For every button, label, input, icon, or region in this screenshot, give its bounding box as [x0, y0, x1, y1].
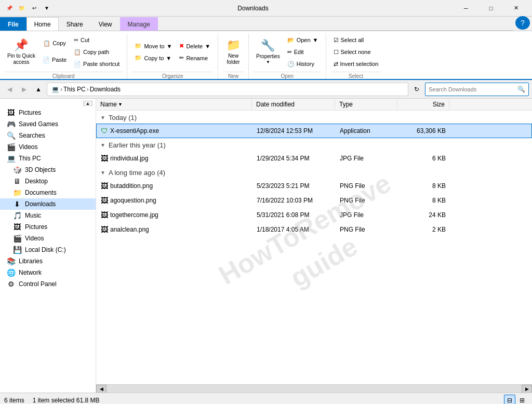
videos2-icon: 🎬	[12, 234, 22, 243]
minimize-button[interactable]: ─	[454, 0, 478, 17]
organize-label: Organize	[131, 72, 214, 79]
organize-btns2: ✖ Delete ▼ ✏ Rename	[176, 41, 214, 64]
sidebar-item-desktop[interactable]: 🖥 Desktop	[0, 176, 96, 187]
help-button[interactable]: ?	[515, 16, 530, 30]
today-chevron[interactable]: ▼	[100, 115, 105, 120]
dropdown-icon[interactable]: ▼	[42, 3, 52, 14]
open-file-button[interactable]: 📂 Open ▼	[284, 34, 322, 46]
file-row-analclean[interactable]: 🖼 analclean.png 1/18/2017 4:05 AM PNG Fi…	[96, 222, 532, 237]
earlier-chevron[interactable]: ▼	[100, 142, 105, 148]
paste-button[interactable]: 📄 Paste	[39, 52, 70, 68]
select-none-button[interactable]: ☐ Select none	[330, 46, 382, 58]
search-input[interactable]	[425, 86, 514, 92]
history-icon: 🕐	[287, 61, 295, 68]
col-header-date[interactable]: Date modified	[252, 99, 335, 110]
refresh-button[interactable]: ↻	[410, 83, 423, 96]
file-row-rindividual[interactable]: 🖼 rindividual.jpg 1/29/2024 5:34 PM JPG …	[96, 151, 532, 166]
paste-shortcut-button[interactable]: 📄 Paste shortcut	[71, 58, 123, 70]
tab-home[interactable]: Home	[26, 17, 59, 31]
edit-icon: ✏	[287, 49, 292, 56]
clipboard-content: 📌 Pin to Quick access 📋 Copy 📄 Paste ✂ C…	[4, 34, 123, 70]
file-row-togethercome[interactable]: 🖼 togethercome.jpg 5/31/2021 6:08 PM JPG…	[96, 208, 532, 222]
undo-icon[interactable]: ↩	[29, 3, 39, 14]
file-list-container: HowToRemove guide Name ▼ Date modified T…	[96, 99, 532, 393]
file-row-x-essenti[interactable]: 🛡 X-essentiApp.exe 12/8/2024 12:53 PM Ap…	[96, 124, 532, 138]
tab-view[interactable]: View	[91, 17, 120, 31]
long-ago-chevron[interactable]: ▼	[100, 170, 105, 176]
sidebar-item-network[interactable]: 🌐 Network	[0, 267, 96, 278]
file-row-butaddition[interactable]: 🖼 butaddition.png 5/23/2023 5:21 PM PNG …	[96, 179, 532, 193]
status-selected: 1 item selected 61.8 MB	[33, 397, 100, 404]
sidebar-item-videos[interactable]: 🎬 Videos	[0, 141, 96, 153]
new-folder-icon: 📁	[227, 38, 241, 52]
ribbon-group-clipboard: 📌 Pin to Quick access 📋 Copy 📄 Paste ✂ C…	[0, 33, 127, 79]
history-button[interactable]: 🕐 History	[284, 58, 322, 70]
ribbon-tabs: File Home Share View Manage ?	[0, 17, 532, 31]
cut-button[interactable]: ✂ Cut	[71, 34, 123, 46]
sidebar-item-pictures[interactable]: 🖼 Pictures	[0, 107, 96, 118]
copy-icon: 📋	[43, 40, 50, 47]
invert-selection-button[interactable]: ⇄ Invert selection	[330, 58, 382, 70]
ribbon-group-new: 📁 New folder New	[218, 33, 249, 79]
forward-button[interactable]: ▶	[18, 83, 30, 96]
sidebar-item-libraries[interactable]: 📚 Libraries	[0, 255, 96, 267]
up-button[interactable]: ▲	[32, 83, 45, 96]
col-header-name[interactable]: Name ▼	[96, 99, 252, 110]
rename-button[interactable]: ✏ Rename	[176, 52, 214, 64]
agoquestion-icon: 🖼	[101, 196, 108, 205]
path-icon: 💻	[51, 86, 59, 93]
sidebar-item-pictures2[interactable]: 🖼 Pictures	[0, 221, 96, 233]
sidebar-item-this-pc[interactable]: 💻 This PC	[0, 153, 96, 164]
videos-icon: 🎬	[6, 143, 16, 151]
sidebar-item-downloads[interactable]: ⬇ Downloads	[0, 198, 96, 210]
sidebar-item-searches[interactable]: 🔍 Searches	[0, 130, 96, 141]
close-button[interactable]: ✕	[504, 0, 528, 17]
copy-path-button[interactable]: 📋 Copy path	[71, 46, 123, 58]
ribbon-group-organize: 📁 Move to ▼ 📁 Copy to ▼ ✖ Delete ▼ ✏	[127, 33, 218, 79]
3d-objects-icon: 🎲	[12, 166, 22, 174]
ribbon-group-select: ☑ Select all ☐ Select none ⇄ Invert sele…	[326, 33, 386, 79]
window-title: Downloads	[52, 5, 454, 12]
move-to-button[interactable]: 📁 Move to ▼	[131, 41, 175, 52]
large-icons-view-button[interactable]: ⊞	[516, 395, 528, 405]
scroll-left-btn[interactable]: ◀	[96, 385, 107, 393]
col-header-size[interactable]: Size	[397, 99, 449, 110]
maximize-button[interactable]: □	[479, 0, 503, 17]
search-bar: 🔍	[425, 83, 529, 96]
tab-file[interactable]: File	[0, 17, 26, 31]
file-row-agoquestion[interactable]: 🖼 agoquestion.png 7/16/2022 10:03 PM PNG…	[96, 193, 532, 208]
sidebar-item-videos2[interactable]: 🎬 Videos	[0, 233, 96, 244]
tab-manage[interactable]: Manage	[120, 17, 158, 31]
title-bar-icons: 📌 📁 ↩ ▼	[4, 3, 52, 14]
sidebar-scroll-up[interactable]: ▲	[83, 101, 92, 106]
select-none-icon: ☐	[334, 49, 339, 56]
sidebar-item-saved-games[interactable]: 🎮 Saved Games	[0, 118, 96, 130]
copy-button[interactable]: 📋 Copy	[39, 36, 70, 51]
select-all-button[interactable]: ☑ Select all	[330, 34, 382, 46]
properties-button[interactable]: 🔧 Properties ▼	[253, 35, 283, 69]
sidebar-item-local-disk[interactable]: 💾 Local Disk (C:)	[0, 244, 96, 255]
copy-path-icon: 📋	[74, 49, 81, 56]
tab-share[interactable]: Share	[59, 17, 91, 31]
folder-icon[interactable]: 📁	[17, 3, 27, 14]
col-header-type[interactable]: Type	[335, 99, 397, 110]
title-bar: 📌 📁 ↩ ▼ Downloads ─ □ ✕	[0, 0, 532, 17]
back-button[interactable]: ◀	[3, 83, 16, 96]
sidebar-item-documents[interactable]: 📁 Documents	[0, 187, 96, 198]
address-path[interactable]: 💻 › This PC › Downloads	[47, 83, 408, 96]
horizontal-scrollbar[interactable]: ◀ ▶	[96, 384, 532, 393]
scroll-right-btn[interactable]: ▶	[522, 385, 532, 393]
quick-access-icon[interactable]: 📌	[4, 3, 15, 14]
copy-to-button[interactable]: 📁 Copy to ▼	[131, 52, 175, 64]
saved-games-icon: 🎮	[6, 120, 16, 128]
details-view-button[interactable]: ⊟	[504, 395, 515, 405]
sidebar-item-control-panel[interactable]: ⚙ Control Panel	[0, 278, 96, 290]
libraries-icon: 📚	[6, 257, 16, 265]
edit-button[interactable]: ✏ Edit	[284, 46, 322, 58]
delete-button[interactable]: ✖ Delete ▼	[176, 41, 214, 52]
path-thispc: This PC	[63, 86, 86, 93]
new-folder-button[interactable]: 📁 New folder	[222, 35, 244, 69]
sidebar-item-music[interactable]: 🎵 Music	[0, 210, 96, 221]
sidebar-item-3d-objects[interactable]: 🎲 3D Objects	[0, 164, 96, 176]
pin-to-quick-access-button[interactable]: 📌 Pin to Quick access	[4, 35, 38, 69]
